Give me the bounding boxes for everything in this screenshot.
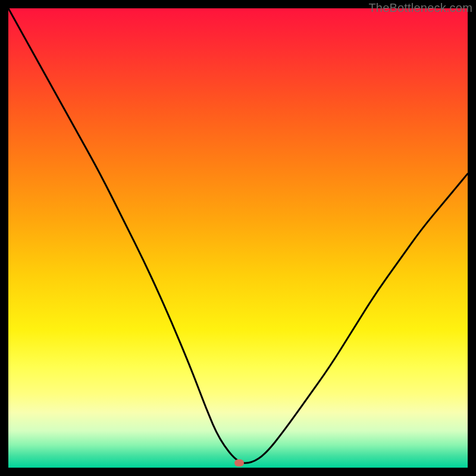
watermark-text: TheBottleneck.com bbox=[368, 1, 472, 15]
minimum-marker bbox=[234, 459, 244, 466]
bottleneck-curve bbox=[8, 8, 468, 468]
plot-area bbox=[8, 8, 468, 468]
chart-frame bbox=[8, 8, 468, 468]
